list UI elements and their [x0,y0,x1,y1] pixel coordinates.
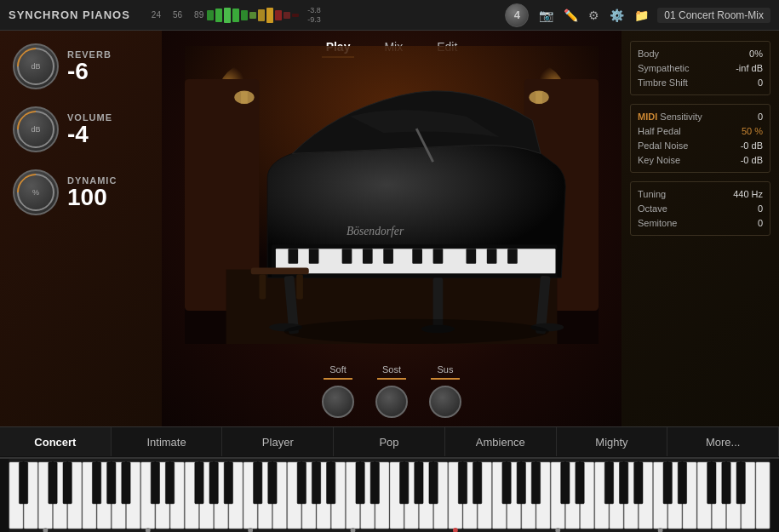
svg-rect-127 [619,462,627,504]
svg-point-44 [284,318,549,343]
dynamic-labels: DYNAMIC 100 [67,175,117,209]
db-indicators: -3.8 -9.3 [307,6,321,25]
soft-pedal-group: Soft [322,364,354,418]
sympathetic-label: Sympathetic [638,63,690,73]
sus-pedal-label: Sus [438,364,454,375]
svg-rect-9 [284,12,290,19]
tuning-row: Tuning 440 Hz [638,189,763,199]
timbre-value: 0 [758,77,763,88]
svg-rect-118 [429,462,438,504]
body-label: Body [638,49,659,59]
svg-rect-99 [49,462,57,504]
reverb-knob[interactable]: dB [13,43,59,89]
volume-labels: VOLUME -4 [67,112,112,146]
sost-pedal-group: Sost [375,364,408,418]
meter-display [207,5,301,26]
sympathetic-row: Sympathetic -inf dB [638,63,763,73]
svg-rect-130 [678,462,686,504]
svg-rect-104 [151,462,159,504]
svg-rect-31 [467,249,477,264]
dynamic-knob-label: % [32,188,39,197]
svg-rect-106 [195,462,203,504]
svg-rect-10 [292,14,299,17]
svg-rect-112 [312,462,320,504]
folder-icon[interactable]: 📁 [633,7,650,24]
midi-label: MIDI Sensitivity [638,112,702,122]
svg-rect-116 [400,462,409,504]
svg-rect-123 [531,462,540,504]
meter-num-3: 89 [194,10,203,20]
soft-pedal-label: Soft [329,364,347,375]
body-row: Body 0% [638,49,763,59]
preset-tab-intimate[interactable]: Intimate [112,427,223,456]
left-panel: dB REVERB -6 dB VOLUME -4 % DYNAMIC 100 [0,31,162,426]
meter-area: 24 56 89 -3.8 -9.3 [147,5,498,26]
semitone-label: Semitone [638,218,677,228]
midi-row: MIDI Sensitivity 0 [638,112,763,122]
soft-pedal-knob[interactable] [322,386,354,418]
volume-value: -4 [67,123,112,146]
svg-rect-126 [604,462,613,504]
preset-tab-mighty[interactable]: Mighty [557,427,668,456]
preset-tab-player[interactable]: Player [222,427,334,456]
svg-rect-101 [92,462,100,504]
svg-rect-102 [107,462,116,504]
round-button[interactable]: 4 [505,3,529,27]
svg-rect-109 [254,462,262,504]
volume-knob-label: dB [31,125,40,134]
meter-num-2: 56 [173,10,182,20]
dynamic-control: % DYNAMIC 100 [13,169,149,215]
preset-tab-pop[interactable]: Pop [334,427,445,456]
sost-pedal-knob[interactable] [375,386,408,418]
main-area: dB REVERB -6 dB VOLUME -4 % DYNAMIC 100 [0,31,779,426]
svg-rect-32 [487,249,497,264]
svg-rect-114 [356,462,364,504]
octave-label: Octave [638,203,667,214]
dynamic-knob[interactable]: % [13,169,59,215]
preset-tab-concert[interactable]: Concert [0,427,112,456]
pedal-area: Soft Sost Sus [322,364,461,418]
svg-rect-30 [433,249,444,264]
camera-icon[interactable]: 📷 [537,7,555,24]
sympathetic-value: -inf dB [736,63,763,73]
edit-icon[interactable]: ✏️ [562,7,580,24]
sost-pedal-label: Sost [382,364,401,375]
svg-rect-42 [259,274,266,299]
svg-rect-115 [370,462,379,504]
svg-rect-100 [63,462,72,504]
semitone-row: Semitone 0 [638,218,763,228]
svg-rect-43 [296,274,303,299]
svg-rect-113 [327,462,335,504]
preset-label[interactable]: 01 Concert Room-Mix [657,8,770,23]
dynamic-value: 100 [67,186,117,209]
db-bot: -9.3 [307,15,321,25]
piano-svg: Bösendorfer [183,46,600,344]
cpu-icon[interactable]: ⚙ [587,7,601,24]
key-noise-label: Key Noise [638,155,680,165]
svg-rect-117 [415,462,423,504]
sus-pedal-group: Sus [429,364,461,418]
svg-rect-131 [707,462,716,504]
svg-rect-103 [122,462,130,504]
center-area: Play Mix Edit [162,31,621,426]
preset-tab-more[interactable]: More... [667,427,779,456]
reverb-value: -6 [67,60,112,83]
svg-rect-125 [576,462,584,504]
svg-rect-28 [383,249,393,264]
svg-rect-17 [241,91,248,104]
preset-tabs-bar: Concert Intimate Player Pop Ambience Mig… [0,426,779,457]
svg-rect-132 [722,462,730,504]
svg-rect-0 [207,10,214,20]
svg-rect-108 [224,462,232,504]
right-panel: Body 0% Sympathetic -inf dB Timbre Shift… [621,31,779,426]
settings-icon[interactable]: ⚙️ [608,7,626,24]
body-value: 0% [749,49,763,59]
volume-knob[interactable]: dB [13,106,59,152]
svg-rect-24 [288,249,298,264]
svg-rect-3 [232,9,239,22]
svg-rect-133 [736,462,745,504]
svg-rect-121 [502,462,511,504]
preset-tab-ambience[interactable]: Ambience [445,427,557,456]
volume-control: dB VOLUME -4 [13,106,149,152]
sus-pedal-knob[interactable] [429,386,461,418]
